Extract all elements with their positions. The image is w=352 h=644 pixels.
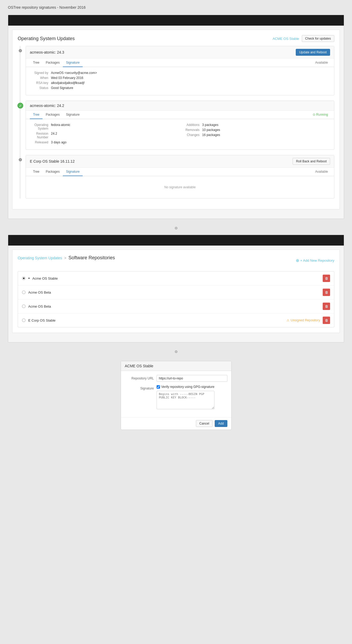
version-1-tabs: Tree Packages Signature Available (26, 59, 334, 67)
panel2-header: Operating System Updates > Software Repo… (18, 255, 334, 266)
revision-label: Revision Number (30, 132, 48, 139)
add-repo-icon: ⊕ (296, 258, 299, 263)
connector-dot-1 (175, 227, 177, 229)
when-label: When (30, 76, 48, 80)
rsa-key-label: RSA key (30, 81, 48, 85)
version-item-1: acmeos-atomic: 24.3 Update and Reboot Tr… (26, 46, 334, 95)
repo-name-2: Acme OS Beta (28, 290, 320, 294)
trash-icon-1: 🗑 (325, 276, 328, 280)
os-row: Operating System fedora-atomic (30, 123, 179, 130)
add-button[interactable]: Add (215, 420, 227, 427)
tab-tree-2[interactable]: Tree (30, 111, 43, 119)
repo-radio-4[interactable] (22, 318, 26, 322)
breadcrumb: Operating System Updates > Software Repo… (18, 255, 115, 261)
version-3-tabs: Tree Packages Signature Available (26, 168, 334, 176)
page-title: OSTree repository signatures - November … (0, 0, 352, 12)
tree-grid: Operating System fedora-atomic Revision … (30, 123, 330, 145)
changes-row: Changes 16 packages (181, 133, 330, 137)
panel1-footer (8, 213, 344, 219)
version-card-1: acmeos-atomic: 24.3 Update and Reboot Tr… (26, 46, 334, 95)
add-new-repository-button[interactable]: ⊕ + Add New Repository (296, 258, 334, 263)
gpg-key-textarea[interactable] (157, 391, 214, 409)
rsa-key-value: alksdjaksdjalksdjflksadjf (51, 81, 85, 85)
version-card-2: acmeos-atomic: 24.2 Tree Packages Signat… (26, 101, 334, 150)
version-status-1: Available (83, 59, 330, 67)
repo-name-1: Acme OS Stable (32, 276, 320, 280)
breadcrumb-link[interactable]: Operating System Updates (18, 256, 62, 260)
gpg-checkbox-row: Verify repository using GPG-signature (157, 385, 214, 389)
gpg-checkbox[interactable] (157, 385, 160, 389)
dialog-header: ACME OS Stable (121, 361, 231, 371)
detail-rsa-key: RSA key alksdjaksdjalksdjflksadjf (30, 81, 330, 85)
changes-value: 16 packages (202, 133, 220, 137)
breadcrumb-sep: > (64, 256, 66, 260)
tab-signature-3[interactable]: Signature (63, 168, 83, 176)
released-row: Released 3 days ago (30, 140, 179, 144)
version-title-1: acmeos-atomic: 24.3 (30, 50, 64, 54)
tab-signature-2[interactable]: Signature (63, 111, 83, 119)
version-title-3: E Corp OS Stable 16.11.12 (30, 159, 75, 163)
signed-by-label: Signed by (30, 71, 48, 75)
panel2-topbar (8, 235, 344, 246)
textarea-wrapper (157, 391, 214, 410)
version-item-3: E Corp OS Stable 16.11.12 Roll Back and … (26, 155, 334, 199)
panel2-content: Operating System Updates > Software Repo… (12, 250, 340, 333)
repository-url-input[interactable] (157, 375, 227, 382)
tab-tree-1[interactable]: Tree (30, 59, 43, 67)
repo-name-4: E Corp OS Stable (28, 318, 284, 322)
tab-packages-1[interactable]: Packages (43, 59, 63, 67)
acme-os-stable-link[interactable]: ACME OS Stable (273, 37, 299, 41)
tree-right: Additions 3 packages Removals 10 package… (181, 123, 330, 145)
version-2-tabs: Tree Packages Signature ⊙ Running (26, 111, 334, 119)
repo-radio-3[interactable] (22, 304, 26, 308)
additions-value: 3 packages (202, 123, 218, 127)
repo-delete-button-3[interactable]: 🗑 (323, 303, 330, 310)
dialog-body: Repository URL Signature Verify reposito… (121, 371, 231, 417)
cancel-button[interactable]: Cancel (196, 420, 213, 427)
tab-packages-3[interactable]: Packages (43, 168, 63, 176)
sig-status-value: Good Signature (51, 86, 73, 90)
detail-sig-status: Status Good Signature (30, 86, 330, 90)
warning-icon: ⚠ (287, 318, 289, 322)
timeline-dot-2: ✓ (17, 103, 23, 109)
dialog-box: ACME OS Stable Repository URL Signature … (121, 361, 232, 430)
when-value: Wed 03 February 2016 (51, 76, 83, 80)
tab-signature-1[interactable]: Signature (63, 59, 83, 67)
connector-dot-2 (175, 350, 177, 353)
panel1-wrapper: Operating System Updates ACME OS Stable … (8, 15, 344, 219)
form-row-url: Repository URL (125, 375, 227, 382)
tab-packages-2[interactable]: Packages (43, 111, 63, 119)
repo-delete-button-4[interactable]: 🗑 (323, 317, 330, 324)
tab-tree-3[interactable]: Tree (30, 168, 43, 176)
connector-2 (0, 348, 352, 356)
breadcrumb-current: Software Repositories (68, 255, 115, 261)
rollback-reboot-button[interactable]: Roll Back and Reboot (293, 158, 330, 165)
add-repo-label: + Add New Repository (300, 258, 334, 262)
repo-delete-button-2[interactable]: 🗑 (323, 289, 330, 296)
released-label: Released (30, 140, 48, 144)
timeline-dot-1 (19, 49, 22, 52)
repo-radio-1[interactable] (22, 276, 26, 280)
panel1-header: Operating System Updates ACME OS Stable … (18, 35, 334, 42)
version-1-actions: Update and Reboot (296, 49, 330, 56)
signed-by-value: AcmeOS <security@acme.com> (51, 71, 97, 75)
signature-label: Signature (125, 385, 154, 390)
timeline-dot-3 (19, 158, 22, 161)
removals-label: Removals (181, 128, 200, 132)
panel1-topbar (8, 15, 344, 26)
dialog-section: ACME OS Stable Repository URL Signature … (8, 361, 344, 430)
repository-list: • Acme OS Stable 🗑 Acme OS Beta 🗑 Acme O… (18, 271, 334, 327)
repo-delete-button-1[interactable]: 🗑 (323, 275, 330, 282)
signature-controls: Verify repository using GPG-signature (157, 385, 214, 410)
os-label: Operating System (30, 123, 48, 130)
timeline: acmeos-atomic: 24.3 Update and Reboot Tr… (18, 46, 334, 199)
unsigned-label: Unsigned Repository (291, 318, 320, 322)
update-reboot-button[interactable]: Update and Reboot (296, 49, 330, 56)
removals-value: 10 packages (202, 128, 220, 132)
version-card-2-header: acmeos-atomic: 24.2 (26, 101, 334, 111)
check-for-updates-button[interactable]: Check for updates (302, 35, 334, 42)
no-signature-msg: No signature avaliable (30, 180, 330, 194)
timeline-line (20, 46, 20, 199)
sig-status-label: Status (30, 86, 48, 90)
repo-radio-2[interactable] (22, 290, 26, 294)
